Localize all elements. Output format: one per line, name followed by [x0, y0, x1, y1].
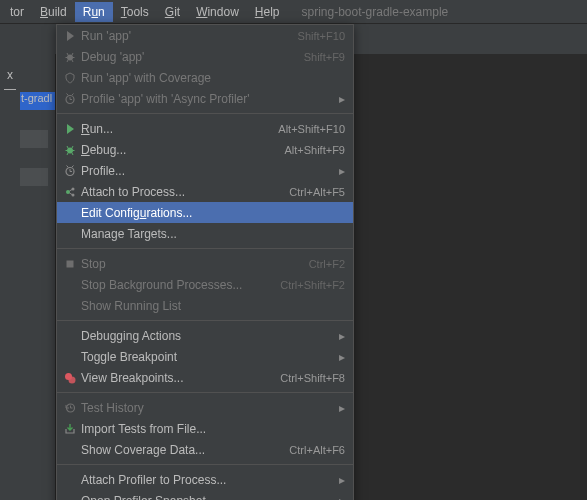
- menu-separator: [57, 113, 353, 114]
- menu-item: Show Running List: [57, 295, 353, 316]
- menu-item[interactable]: Attach Profiler to Process...▸: [57, 469, 353, 490]
- main-menubar: tor Build Run Tools Git Window Help spri…: [0, 0, 587, 24]
- chevron-right-icon: ▸: [335, 473, 345, 487]
- shield-icon: [61, 72, 79, 84]
- menubar-item-tools[interactable]: Tools: [113, 2, 157, 22]
- menu-item-label: Profile...: [79, 164, 335, 178]
- menubar-item-previous[interactable]: tor: [2, 2, 32, 22]
- menu-item-label: Stop Background Processes...: [79, 278, 280, 292]
- menubar-item-git[interactable]: Git: [157, 2, 188, 22]
- bug-icon: [61, 144, 79, 156]
- chevron-right-icon: ▸: [335, 494, 345, 501]
- menu-item-label: Manage Targets...: [79, 227, 345, 241]
- play-icon: [61, 30, 79, 42]
- menu-item: Run 'app' with Coverage: [57, 67, 353, 88]
- menu-item-label: Edit Configurations...: [79, 206, 345, 220]
- svg-point-0: [67, 54, 73, 60]
- menu-item[interactable]: Show Coverage Data...Ctrl+Alt+F6: [57, 439, 353, 460]
- menu-shortcut: Ctrl+Shift+F8: [280, 372, 345, 384]
- menu-item: Debug 'app'Shift+F9: [57, 46, 353, 67]
- menu-item-label: Toggle Breakpoint: [79, 350, 335, 364]
- menu-item[interactable]: Debugging Actions▸: [57, 325, 353, 346]
- menu-item-label: Run 'app' with Coverage: [79, 71, 345, 85]
- menu-shortcut: Ctrl+Shift+F2: [280, 279, 345, 291]
- tree-item[interactable]: t-gradl: [20, 92, 55, 110]
- chevron-right-icon: ▸: [335, 401, 345, 415]
- menubar-item-window[interactable]: Window: [188, 2, 247, 22]
- menu-item-label: Open Profiler Snapshot: [79, 494, 335, 501]
- menu-item-label: Debug...: [79, 143, 284, 157]
- menu-item-label: Show Running List: [79, 299, 345, 313]
- menu-shortcut: Alt+Shift+F9: [284, 144, 345, 156]
- svg-rect-7: [67, 260, 74, 267]
- menu-item[interactable]: View Breakpoints...Ctrl+Shift+F8: [57, 367, 353, 388]
- svg-point-9: [69, 376, 76, 383]
- menu-item[interactable]: Profile...▸: [57, 160, 353, 181]
- menu-item[interactable]: Open Profiler Snapshot▸: [57, 490, 353, 500]
- menu-item: Run 'app'Shift+F10: [57, 25, 353, 46]
- attach-icon: [61, 186, 79, 198]
- menubar-item-build[interactable]: Build: [32, 2, 75, 22]
- menu-item-label: Run...: [79, 122, 278, 136]
- menu-separator: [57, 392, 353, 393]
- menu-separator: [57, 464, 353, 465]
- menu-shortcut: Alt+Shift+F10: [278, 123, 345, 135]
- menu-item[interactable]: Edit Configurations...: [57, 202, 353, 223]
- menu-item-label: Run 'app': [79, 29, 298, 43]
- play-icon: [61, 123, 79, 135]
- menu-separator: [57, 248, 353, 249]
- chevron-right-icon: ▸: [335, 92, 345, 106]
- menu-item[interactable]: Import Tests from File...: [57, 418, 353, 439]
- menu-item-label: Attach to Process...: [79, 185, 289, 199]
- menu-shortcut: Ctrl+Alt+F5: [289, 186, 345, 198]
- menu-item-label: Profile 'app' with 'Async Profiler': [79, 92, 335, 106]
- menu-separator: [57, 320, 353, 321]
- import-icon: [61, 423, 79, 435]
- menubar-item-run[interactable]: Run: [75, 2, 113, 22]
- menu-item-label: Stop: [79, 257, 309, 271]
- menu-shortcut: Shift+F10: [298, 30, 345, 42]
- chevron-right-icon: ▸: [335, 164, 345, 178]
- menu-item-label: View Breakpoints...: [79, 371, 280, 385]
- menubar-item-help[interactable]: Help: [247, 2, 288, 22]
- menu-item-label: Import Tests from File...: [79, 422, 345, 436]
- menu-item[interactable]: Run...Alt+Shift+F10: [57, 118, 353, 139]
- chevron-right-icon: ▸: [335, 350, 345, 364]
- breakpoints-icon: [61, 372, 79, 384]
- menu-shortcut: Ctrl+Alt+F6: [289, 444, 345, 456]
- svg-point-2: [67, 147, 73, 153]
- menu-item: Stop Background Processes...Ctrl+Shift+F…: [57, 274, 353, 295]
- sidebar-tab[interactable]: x —: [0, 68, 20, 96]
- menu-item: Profile 'app' with 'Async Profiler'▸: [57, 88, 353, 109]
- context-title: spring-boot-gradle-example: [302, 5, 449, 19]
- menu-item-label: Debug 'app': [79, 50, 304, 64]
- bug-icon: [61, 51, 79, 63]
- menu-item: Test History▸: [57, 397, 353, 418]
- menu-item-label: Debugging Actions: [79, 329, 335, 343]
- chevron-right-icon: ▸: [335, 329, 345, 343]
- clock-icon: [61, 165, 79, 177]
- menu-item-label: Test History: [79, 401, 335, 415]
- menu-item[interactable]: Debug...Alt+Shift+F9: [57, 139, 353, 160]
- stop-icon: [61, 258, 79, 270]
- menu-item: StopCtrl+F2: [57, 253, 353, 274]
- menu-item[interactable]: Manage Targets...: [57, 223, 353, 244]
- menu-item-label: Show Coverage Data...: [79, 443, 289, 457]
- history-icon: [61, 402, 79, 414]
- menu-shortcut: Ctrl+F2: [309, 258, 345, 270]
- menu-item[interactable]: Toggle Breakpoint▸: [57, 346, 353, 367]
- menu-item[interactable]: Attach to Process...Ctrl+Alt+F5: [57, 181, 353, 202]
- clock-icon: [61, 93, 79, 105]
- menu-item-label: Attach Profiler to Process...: [79, 473, 335, 487]
- project-sidebar: x — t-gradl: [0, 54, 56, 500]
- menu-shortcut: Shift+F9: [304, 51, 345, 63]
- tree-item[interactable]: [20, 130, 48, 148]
- run-menu-popup: Run 'app'Shift+F10Debug 'app'Shift+F9Run…: [56, 24, 354, 500]
- tree-item[interactable]: [20, 168, 48, 186]
